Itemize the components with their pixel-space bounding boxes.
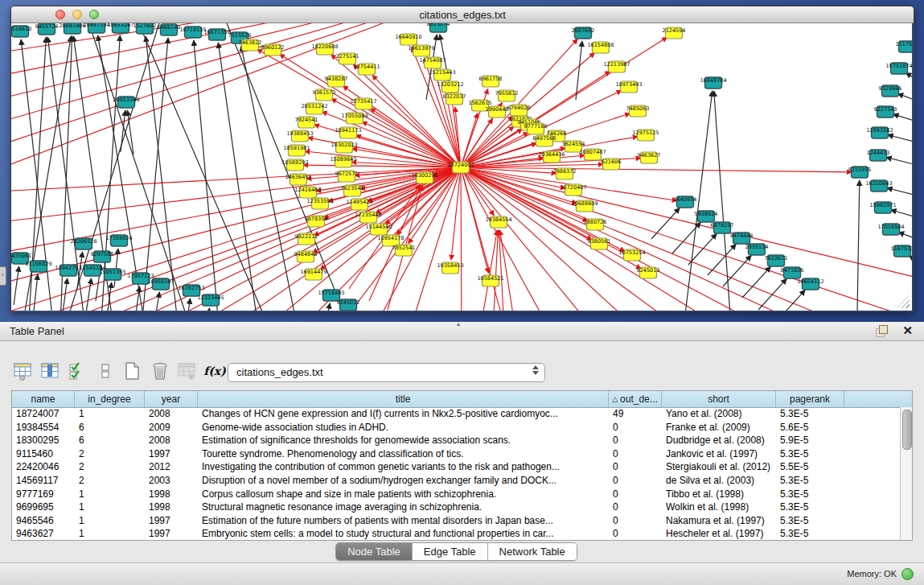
graph-node[interactable]: 621606 [602,159,622,170]
cell-short[interactable]: Franke et al. (2009) [662,421,776,435]
column-header-year[interactable]: year [145,391,198,407]
cell-year[interactable]: 1998 [145,501,198,514]
graph-node[interactable]: 16671358 [203,29,230,40]
graph-node[interactable]: 9438287 [325,76,348,87]
scrollbar-thumb[interactable] [902,410,912,450]
column-header-out-degree[interactable]: △out_de... [609,391,662,407]
panel-collapse-handle[interactable]: ‹ [0,266,6,286]
graph-edge[interactable] [758,278,786,310]
cell-title[interactable]: Estimation of the future numbers of pati… [198,514,609,528]
graph-edge[interactable] [708,244,736,275]
graph-node[interactable]: 9297588 [91,251,114,262]
graph-node[interactable]: 2935114 [745,244,769,255]
cell-name[interactable]: 9777169 [12,488,75,501]
cell-short[interactable]: Hescheler et al. (1997) [662,527,776,540]
table-row[interactable]: 946362711997Embryonic stem cells: a mode… [12,527,900,540]
cell-name[interactable]: 9463627 [12,527,75,540]
graph-node[interactable]: 13203212 [437,81,463,93]
column-header-title[interactable]: title [198,391,609,407]
tab-node-table[interactable]: Node Table [336,543,413,560]
table-row[interactable]: 977716911998Corpus callosum shape and si… [12,488,900,501]
cell-title[interactable]: Genome-wide association studies in ADHD. [198,421,609,435]
graph-node[interactable]: 15051355 [99,269,125,280]
cell-name[interactable]: 22420046 [12,460,75,474]
table-row[interactable]: 969969511998Structural magnetic resonanc… [12,501,900,514]
graph-node[interactable]: 9361573 [313,89,336,101]
graph-edge[interactable] [14,266,19,305]
cell-title[interactable]: Embryonic stem cells: a model to study s… [198,527,609,540]
cell-pagerank[interactable]: 5.6E-5 [776,421,844,435]
cell-pagerank[interactable]: 5.5E-5 [776,460,844,474]
delete-column-icon[interactable] [148,360,172,382]
graph-node[interactable]: 9380561 [588,238,611,249]
graph-node[interactable]: 7924541 [295,117,318,128]
graph-node[interactable]: 1990448 [486,106,509,117]
graph-node[interactable]: 2124594 [663,27,686,39]
column-header-name[interactable]: name [12,391,75,407]
cell-short[interactable]: Dudbridge et al. (2008) [662,434,776,447]
graph-edge[interactable] [34,274,38,311]
cell-out_degree[interactable]: 0 [609,447,662,461]
close-panel-icon[interactable]: ✕ [902,323,913,338]
new-column-icon[interactable] [121,360,145,382]
cell-pagerank[interactable]: 5.3E-5 [776,488,844,501]
column-header-in-degree[interactable]: in_degree [75,391,145,407]
graph-node[interactable]: 5938924 [695,211,718,222]
graph-node[interactable]: 6879197 [711,222,734,233]
column-header-pagerank[interactable]: pagerank [776,391,844,407]
graph-node[interactable]: 2516610 [11,26,31,37]
graph-node[interactable]: 7632621 [765,255,788,266]
graph-node[interactable]: 7986372 [553,168,577,179]
cell-name[interactable]: 19384554 [12,421,75,435]
graph-edge[interactable] [887,187,912,196]
memory-ok-icon[interactable] [901,568,914,580]
graph-node[interactable]: 10753254 [618,249,645,261]
row-height-icon[interactable] [93,360,117,382]
table-select-dropdown[interactable]: citations_edges.txt [228,363,545,382]
cell-in_degree[interactable]: 1 [75,527,145,540]
graph-node[interactable]: 13754411 [353,64,380,75]
graph-node[interactable]: 20364436 [538,151,565,163]
graph-node[interactable]: 20497194 [83,23,109,33]
cell-out_degree[interactable]: 0 [609,501,662,514]
tab-edge-table[interactable]: Edge Table [413,543,488,560]
graph-node[interactable]: 19613979 [408,45,434,56]
cell-year[interactable]: 2008 [145,434,198,447]
graph-node[interactable]: 10688609 [571,200,598,212]
graph-node[interactable]: 7463822 [239,39,262,51]
cell-pagerank[interactable]: 5.9E-5 [776,434,844,447]
cell-title[interactable]: Estimation of significance thresholds fo… [198,434,609,447]
graph-edge[interactable] [461,167,462,311]
cell-out_degree[interactable]: 49 [609,407,662,421]
cell-title[interactable]: Changes of HCN gene expression and I(f) … [198,407,609,421]
graph-node[interactable]: 7955812 [495,90,519,101]
graph-node[interactable]: 19384554 [485,216,511,228]
graph-node[interactable]: 15215443 [429,69,455,80]
cell-pagerank[interactable]: 5.3E-5 [776,514,844,528]
graph-node[interactable]: 1880726 [584,219,607,230]
graph-node[interactable]: 9227343 [874,106,897,117]
graph-node[interactable]: 20206526 [70,238,97,249]
cell-short[interactable]: Wolkin et al. (1998) [662,501,776,514]
graph-node[interactable]: 10653267 [107,23,133,33]
graph-edge[interactable] [886,157,912,165]
graph-node[interactable]: 9672571 [335,171,359,182]
graph-node[interactable]: 10941173 [335,127,361,138]
function-builder-icon[interactable]: f(x) [203,360,227,382]
graph-node[interactable]: 1117531 [896,41,912,52]
table-row[interactable]: 2242004622012Investigating the contribut… [12,460,900,474]
cell-out_degree[interactable]: 0 [609,527,662,540]
graph-node[interactable]: 16848784 [700,77,726,89]
graph-node[interactable]: 9245013 [637,267,660,278]
cell-title[interactable]: Corpus callosum shape and size in male p… [198,488,609,501]
graph-edge[interactable] [651,208,680,239]
graph-node[interactable]: 8322037 [443,93,466,105]
cell-short[interactable]: Jankovic et al. (1997) [662,447,776,461]
graph-node[interactable]: 1167531 [891,245,912,257]
graph-node[interactable]: 9329966 [879,85,902,97]
cell-in_degree[interactable]: 1 [75,501,145,514]
graph-node[interactable]: 6961758 [479,76,503,87]
graph-edge[interactable] [461,167,488,273]
delete-table-icon[interactable] [175,360,199,382]
graph-node[interactable]: 9245012 [337,299,360,311]
